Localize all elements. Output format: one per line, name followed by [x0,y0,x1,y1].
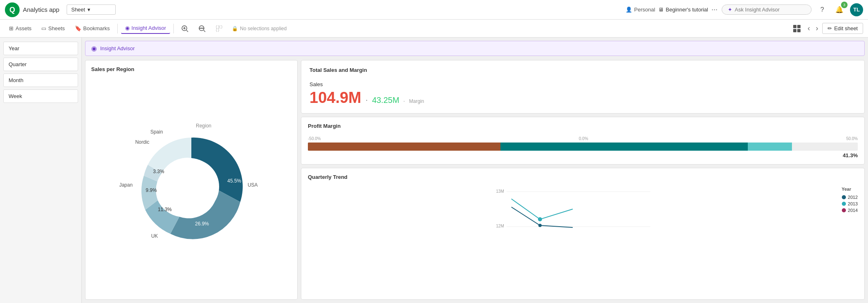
svg-rect-12 [793,25,796,28]
margin-value: 41.3% [308,152,858,158]
sales-per-region-title: Sales per Region [91,66,292,72]
notifications-area: 🔔 3 [833,3,846,16]
total-sales-title: Total Sales and Margin [310,67,856,73]
margin-bar-negative [308,143,500,151]
help-button[interactable]: ? [816,3,829,16]
sales-per-region-card: Sales per Region Region Nordic Spain Jap… [85,60,298,300]
margin-bar-area: -50.0% 0.0% 50.0% 41.3% [308,136,858,158]
insight-advisor-banner[interactable]: ◉ Insight Advisor [85,41,865,56]
sheets-icon: ▭ [41,25,46,31]
sheet-label: Sheet [71,7,85,13]
monitor-icon: 🖥 [658,7,664,13]
prev-sheet-button[interactable]: ‹ [806,24,812,33]
sheet-dropdown[interactable]: Sheet ▾ [67,4,116,15]
more-options-button[interactable]: ··· [711,5,718,14]
svg-line-3 [186,30,188,32]
insight-advisor-label: Insight Advisor [132,25,166,31]
legend-2012: 2012 [842,195,858,200]
region-legend-title: Region [196,123,211,129]
insight-search-input[interactable] [735,7,800,13]
filter-year-label: Year [9,45,19,51]
trend-line-2012 [511,207,573,227]
charts-area: ◉ Insight Advisor Sales per Region Regio… [82,38,868,303]
total-sales-card: Total Sales and Margin Sales 104.9M · 43… [301,60,865,114]
profit-margin-title: Profit Margin [308,123,858,129]
selection-btn[interactable] [211,23,227,34]
chevron-down-icon: ▾ [87,7,90,13]
insight-advisor-tab[interactable]: ◉ Insight Advisor [121,23,170,34]
legend-dot-2012 [842,195,846,199]
legend-title: Year [842,187,858,192]
notification-badge: 3 [841,2,848,8]
margin-bar-positive [500,143,748,151]
assets-icon: ⊞ [9,25,13,31]
trend-dot-2012 [538,224,542,227]
svg-rect-10 [220,26,222,28]
legend-label-2013: 2013 [848,201,858,206]
insight-icon: ◉ [125,25,130,31]
label-nordic: Nordic [135,139,150,145]
top-bar-center: 👤 Personal 🖥 Beginner's tutorial ··· [626,5,718,14]
pct-japan: 11.3% [158,207,172,212]
quarterly-trend-title: Quarterly Trend [308,174,858,180]
margin-axis-center: 0.0% [579,136,588,141]
bookmarks-tab[interactable]: 🔖 Bookmarks [71,23,114,33]
filter-month-label: Month [9,77,23,83]
sales-big-value: 104.9M [310,89,361,107]
svg-line-7 [204,30,205,32]
filter-quarter-label: Quarter [9,61,27,67]
assets-label: Assets [16,25,31,31]
zoom-out-btn[interactable] [194,23,210,34]
pct-nordic: 9.9% [146,187,157,193]
svg-rect-13 [797,25,801,28]
sales-margin-label: Margin [409,98,424,104]
top-icons: ? 🔔 3 TL [816,3,863,16]
insight-search[interactable]: ✦ [722,4,812,15]
svg-rect-11 [216,29,219,31]
tutorial-button[interactable]: 🖥 Beginner's tutorial [658,7,708,13]
avatar[interactable]: TL [850,3,863,16]
svg-rect-14 [793,29,796,32]
zoom-in-btn[interactable] [177,23,193,34]
qlik-logo-icon: Q [5,2,20,17]
margin-axis: -50.0% 0.0% 50.0% [308,136,858,141]
trend-legend: Year 2012 2013 2014 [842,187,858,237]
margin-bar-positive2 [748,143,792,151]
edit-sheet-button[interactable]: ✏ Edit sheet [822,23,863,34]
toolbar: ⊞ Assets ▭ Sheets 🔖 Bookmarks ◉ Insight … [0,20,868,38]
insight-advisor-banner-text: Insight Advisor [100,45,135,51]
sheets-tab[interactable]: ▭ Sheets [37,23,69,33]
legend-2014: 2014 [842,208,858,213]
quarterly-trend-card: Quarterly Trend 13M 12M [301,168,865,300]
filter-week-label: Week [9,93,22,99]
insight-advisor-banner-icon: ◉ [91,45,97,52]
donut-container: Region Nordic Spain Japan UK USA [91,76,292,294]
legend-dot-2013 [842,202,846,206]
charts-row: Sales per Region Region Nordic Spain Jap… [85,60,865,300]
filter-week[interactable]: Week [3,89,78,103]
sales-margin-value: 43.25M [372,96,399,105]
donut-hole [164,159,219,214]
main-content: Year Quarter Month Week ◉ Insight Adviso… [0,38,868,303]
legend-dot-2014 [842,208,846,212]
sales-value-row: 104.9M · 43.25M · Margin [310,89,856,107]
no-selections-label: No selections applied [240,26,287,31]
label-japan: Japan [119,182,133,188]
grid-view-button[interactable] [790,22,803,35]
filter-year[interactable]: Year [3,42,78,55]
lock-icon: 🔒 [232,26,238,31]
svg-rect-15 [797,29,801,32]
personal-button[interactable]: 👤 Personal [626,7,655,13]
label-spain: Spain [150,129,163,135]
filter-quarter[interactable]: Quarter [3,58,78,71]
trend-chart: 13M 12M [308,187,838,237]
svg-text:13M: 13M [496,189,504,194]
toolbar-separator [117,24,118,33]
filter-month[interactable]: Month [3,74,78,87]
zoom-in-icon [181,25,188,32]
margin-bar-track [308,143,858,151]
svg-text:Q: Q [9,6,15,14]
assets-tab[interactable]: ⊞ Assets [5,23,36,33]
next-sheet-button[interactable]: › [814,24,820,33]
sheets-label: Sheets [48,25,65,31]
